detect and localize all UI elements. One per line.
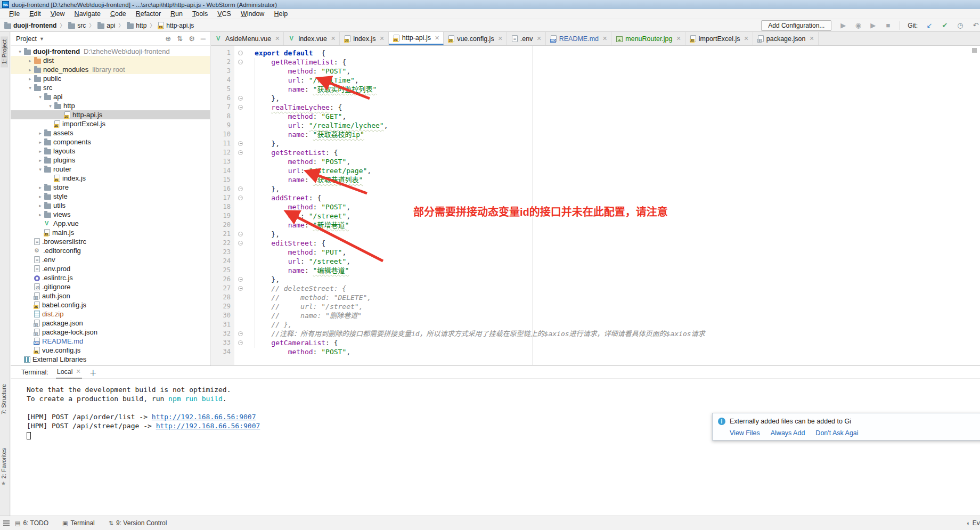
rollback-icon[interactable]: ↶ <box>971 21 980 29</box>
close-icon[interactable]: ✕ <box>498 35 503 42</box>
tree-item-package-json[interactable]: package.json <box>11 319 210 328</box>
tab-vue-config-js[interactable]: vue.config.js✕ <box>444 32 507 45</box>
fold-marker[interactable] <box>234 329 246 338</box>
fold-start-icon[interactable] <box>238 241 243 246</box>
chevron-collapsed-icon[interactable]: ▸ <box>26 67 34 72</box>
history-icon[interactable]: ◷ <box>956 21 965 29</box>
fold-start-icon[interactable] <box>238 340 243 345</box>
chevron-collapsed-icon[interactable]: ▸ <box>26 58 34 63</box>
tree-item--browserslistrc[interactable]: .browserslistrc <box>11 237 210 246</box>
fold-marker[interactable] <box>234 338 246 347</box>
fold-marker[interactable] <box>234 58 246 67</box>
tree-item-views[interactable]: ▸views <box>11 210 210 219</box>
tree-item-vue-config-js[interactable]: vue.config.js <box>11 346 210 355</box>
fold-end-icon[interactable] <box>238 232 243 237</box>
tool-window-switcher-icon[interactable] <box>3 520 10 526</box>
fold-marker[interactable] <box>234 275 246 284</box>
tree-item-External-Libraries[interactable]: External Libraries <box>11 355 210 364</box>
tree-item-plugins[interactable]: ▸plugins <box>11 156 210 165</box>
close-icon[interactable]: ✕ <box>331 35 336 42</box>
debug-icon[interactable]: ◉ <box>854 21 862 29</box>
tree-item-auth-json[interactable]: auth.json <box>11 291 210 300</box>
fold-start-icon[interactable] <box>238 195 243 200</box>
close-icon[interactable]: ✕ <box>380 35 385 42</box>
fold-end-icon[interactable] <box>238 331 243 336</box>
menu-item-run[interactable]: Run <box>166 10 187 18</box>
chevron-expanded-icon[interactable]: ▾ <box>26 85 34 91</box>
close-icon[interactable]: ✕ <box>676 35 681 42</box>
notification-action-don-t-ask-agai[interactable]: Don't Ask Agai <box>815 429 858 437</box>
chevron-collapsed-icon[interactable]: ▸ <box>36 194 44 199</box>
fold-marker[interactable] <box>234 284 246 293</box>
tree-item--editorconfig[interactable]: .editorconfig <box>11 246 210 255</box>
fold-end-icon[interactable] <box>238 186 243 191</box>
inspection-indicator[interactable] <box>972 48 977 53</box>
tree-item-public[interactable]: ▸public <box>11 74 210 83</box>
chevron-expanded-icon[interactable]: ▾ <box>36 167 44 172</box>
menu-item-vcs[interactable]: VCS <box>213 10 236 18</box>
tab-AsideMenu-vue[interactable]: AsideMenu.vue✕ <box>211 32 284 45</box>
fold-marker[interactable] <box>234 139 246 148</box>
tab-index-js[interactable]: index.js✕ <box>340 32 389 45</box>
close-icon[interactable]: ✕ <box>744 35 749 42</box>
code-editor[interactable]: 1export default {2 getRealTimeList: {3 m… <box>211 46 980 365</box>
notification-action-view-files[interactable]: View Files <box>730 429 760 437</box>
tab-importExcel-js[interactable]: importExcel.js✕ <box>685 32 753 45</box>
event-log-button[interactable]: ◖ Event Log <box>966 519 980 527</box>
tree-item-App-vue[interactable]: App.vue <box>11 219 210 228</box>
tree-item-layouts[interactable]: ▸layouts <box>11 146 210 156</box>
menu-item-view[interactable]: View <box>46 10 70 18</box>
close-icon[interactable]: ✕ <box>537 35 542 42</box>
menu-item-refactor[interactable]: Refactor <box>131 10 166 18</box>
statusbar-item-6-todo[interactable]: ▤6: TODO <box>15 519 48 527</box>
tree-item-store[interactable]: ▸store <box>11 183 210 192</box>
locate-icon[interactable]: ⊕ <box>165 35 171 43</box>
run-icon[interactable]: ▶ <box>839 21 847 29</box>
fold-marker[interactable] <box>234 148 246 157</box>
chevron-collapsed-icon[interactable]: ▸ <box>36 158 44 163</box>
fold-end-icon[interactable] <box>238 277 243 282</box>
tree-item-index-js[interactable]: index.js <box>11 174 210 183</box>
statusbar-item-terminal[interactable]: ▣Terminal <box>62 519 95 527</box>
chevron-expanded-icon[interactable]: ▾ <box>16 49 24 54</box>
menu-item-file[interactable]: File <box>4 10 24 18</box>
menu-item-navigate[interactable]: Navigate <box>70 10 105 18</box>
close-icon[interactable]: ✕ <box>275 35 280 42</box>
tree-item-importExcel-js[interactable]: importExcel.js <box>11 119 210 128</box>
menu-item-window[interactable]: Window <box>236 10 269 18</box>
notification-action-always-add[interactable]: Always Add <box>771 429 805 437</box>
tree-item--env-prod[interactable]: .env.prod <box>11 264 210 273</box>
statusbar-item-9-version-control[interactable]: ⇅9: Version Control <box>109 519 167 527</box>
terminal-link[interactable]: http://192.168.66.56:9007 <box>156 422 260 430</box>
terminal-tab-local[interactable]: Local ✕ <box>56 366 82 379</box>
tree-item-http[interactable]: ▾http <box>11 101 210 110</box>
add-configuration-button[interactable]: Add Configuration... <box>761 20 831 31</box>
menu-item-code[interactable]: Code <box>105 10 131 18</box>
tab-README-md[interactable]: README.md✕ <box>546 32 612 45</box>
tree-item-assets[interactable]: ▸assets <box>11 128 210 137</box>
tab-package-json[interactable]: package.json✕ <box>753 32 819 45</box>
fold-start-icon[interactable] <box>238 105 243 110</box>
fold-marker[interactable] <box>234 193 246 202</box>
breadcrumb-item-http-api-js[interactable]: http-api.js <box>158 22 194 29</box>
fold-end-icon[interactable] <box>238 141 243 146</box>
tree-item-utils[interactable]: ▸utils <box>11 201 210 210</box>
project-panel-title[interactable]: Project <box>16 35 37 43</box>
tab-index-vue[interactable]: index.vue✕ <box>284 32 340 45</box>
fold-marker[interactable] <box>234 48 246 58</box>
chevron-collapsed-icon[interactable]: ▸ <box>36 149 44 154</box>
tree-item-node_modules[interactable]: ▸node_moduleslibrary root <box>11 65 210 74</box>
tab-menuRouter-jpg[interactable]: menuRouter.jpg✕ <box>611 32 685 45</box>
tree-item-package-lock-json[interactable]: package-lock.json <box>11 328 210 337</box>
chevron-expanded-icon[interactable]: ▾ <box>46 103 54 109</box>
tree-item--eslintrc-js[interactable]: .eslintrc.js <box>11 273 210 282</box>
chevron-expanded-icon[interactable]: ▾ <box>36 94 44 100</box>
stop-icon[interactable]: ■ <box>884 21 892 29</box>
tree-item-dist-zip[interactable]: dist.zip <box>11 309 210 319</box>
breadcrumb-item-duoji-frontend[interactable]: duoji-frontend <box>4 22 56 29</box>
tree-item-duoji-frontend[interactable]: ▾duoji-frontendD:\zheheWeb\duoji-fronten… <box>11 47 210 56</box>
fold-marker[interactable] <box>234 103 246 112</box>
close-icon[interactable]: ✕ <box>809 35 814 42</box>
close-icon[interactable]: ✕ <box>435 35 439 42</box>
chevron-collapsed-icon[interactable]: ▸ <box>36 185 44 190</box>
